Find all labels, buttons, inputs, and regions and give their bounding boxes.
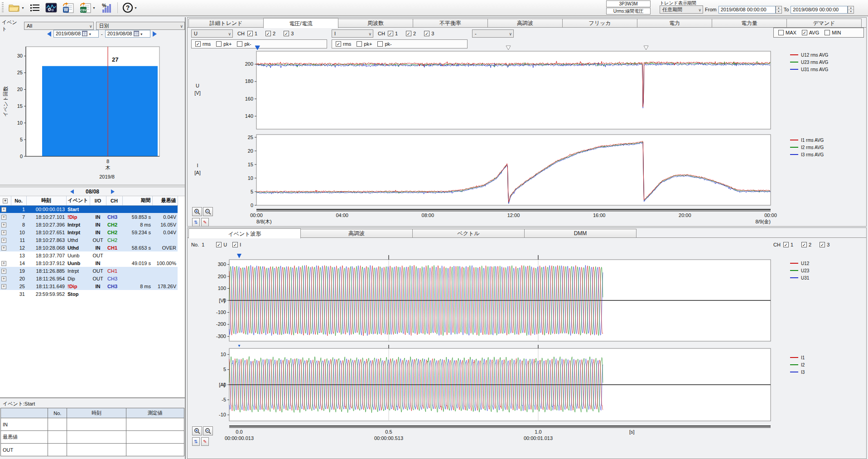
event-column-header[interactable]: 最悪値 (152, 196, 178, 205)
from-datetime-input[interactable]: 2019/08/08 00:00:00 (719, 6, 776, 14)
i-ch3-checkbox[interactable]: ✓3 (424, 31, 434, 36)
zoom-out-button[interactable] (203, 426, 213, 435)
expand-row-icon[interactable]: + (1, 215, 6, 220)
stat-avg-checkbox[interactable]: ✓AVG (802, 30, 819, 35)
waveform-tab[interactable]: 高調波 (300, 229, 413, 237)
expand-row-icon[interactable]: + (1, 238, 6, 243)
toolbar-grip[interactable] (2, 2, 4, 13)
event-row[interactable]: +1218:10:28.068UthdINCH158.653 sOVER (0, 244, 178, 251)
event-row[interactable]: +1118:10:27.863UthdOUTCH2 (0, 236, 178, 244)
prev-date-button[interactable] (47, 31, 51, 37)
event-row[interactable]: +2018:11:26.954DipOUTCH3 (0, 275, 178, 282)
calendar-icon[interactable] (82, 31, 87, 36)
event-column-header[interactable]: イベント (66, 196, 90, 205)
next-day-button[interactable] (111, 189, 115, 194)
waveform-tab[interactable]: イベント波形 (188, 228, 301, 238)
event-column-header[interactable]: 期間 (122, 196, 152, 205)
wave-i-checkbox[interactable]: ✓I (232, 242, 241, 247)
group-mode-select[interactable]: 日別∨ (96, 22, 185, 30)
zoom-in-button[interactable] (192, 207, 202, 216)
event-row[interactable]: +100:00:00.013Start (0, 205, 178, 213)
event-count-bar-chart[interactable]: 051015202530278木2019/8イベント回数 (0, 41, 186, 182)
event-row[interactable]: +2518:11:31.649!DipINCH38 ms178.26V (0, 282, 178, 290)
trend-tab[interactable]: デマンド (786, 19, 862, 27)
wave-ch2-checkbox[interactable]: ✓2 (801, 242, 811, 247)
u-parameter-select[interactable]: U∨ (191, 29, 233, 38)
axis-autoscale-button[interactable]: ⇅ (192, 437, 200, 446)
wave-ch1-checkbox[interactable]: ✓1 (783, 242, 793, 247)
trend-tab[interactable]: 詳細トレンド (188, 19, 264, 27)
u-ch1-checkbox[interactable]: ✓1 (247, 31, 257, 36)
i-ch2-checkbox[interactable]: ✓2 (406, 31, 416, 36)
event-row[interactable]: +718:10:27.101!DipINCH359.853 s0.04V (0, 213, 178, 221)
voltage-waveform-chart[interactable]: 3002001000-100-200-300[V] (188, 252, 867, 343)
current-trend-chart[interactable]: 0510152025I[A] (188, 131, 867, 208)
event-row[interactable]: +1018:10:27.651IntrptINCH259.234 s0.04V (0, 228, 178, 236)
help-dropdown-icon[interactable]: ▼ (134, 6, 137, 10)
event-row[interactable]: +1918:11:26.885IntrptOUTCH1 (0, 267, 178, 275)
waveform-tab[interactable]: DMM (524, 229, 637, 237)
event-row[interactable]: +1418:10:37.912UunbIN49.019 s100.00% (0, 259, 178, 267)
i-ch1-checkbox[interactable]: ✓1 (388, 31, 398, 36)
expand-row-icon[interactable]: + (1, 284, 6, 289)
to-spinner[interactable]: ▲▼ (848, 6, 854, 14)
event-row[interactable]: 1318:10:37.707UunbOUT (0, 251, 178, 259)
next-date-button[interactable] (153, 31, 157, 37)
event-row[interactable]: 3123:59:59.952Stop (0, 290, 178, 298)
u-ch3-checkbox[interactable]: ✓3 (284, 31, 294, 36)
from-spinner[interactable]: ▲▼ (776, 6, 782, 14)
waveform-tab[interactable]: ベクトル (412, 229, 525, 237)
expand-all-icon[interactable]: + (3, 198, 8, 203)
trend-tab[interactable]: フリッカ (562, 19, 637, 27)
wave-u-checkbox[interactable]: ✓U (216, 242, 227, 247)
word-report-button[interactable]: W (60, 1, 77, 14)
expand-row-icon[interactable]: + (1, 230, 6, 235)
trend-tab[interactable]: 不平衡率 (413, 19, 488, 27)
axis-manual-scale-button[interactable]: ✎ (201, 218, 209, 227)
event-list-button[interactable] (28, 1, 42, 14)
event-column-header[interactable]: No. (11, 196, 26, 205)
help-button[interactable]: ? ▼ (120, 1, 140, 14)
event-filter-select[interactable]: All∨ (24, 22, 94, 30)
expand-row-icon[interactable]: + (1, 276, 6, 281)
event-row[interactable]: +818:10:27.396IntrptINCH28 ms16.05V (0, 221, 178, 228)
axis-autoscale-button[interactable]: ⇅ (192, 218, 200, 227)
expand-row-icon[interactable]: + (1, 207, 6, 212)
event-column-header[interactable]: I/O (90, 196, 106, 205)
trend-tab[interactable]: 高調波 (487, 19, 563, 27)
date-to-input[interactable]: 2019/08/08 ▼ (105, 30, 150, 38)
open-folder-dropdown-icon[interactable]: ▼ (21, 6, 24, 10)
trend-tab[interactable]: 周波数 (338, 19, 413, 27)
stat-max-checkbox[interactable]: MAX (778, 30, 796, 35)
param3-select[interactable]: -∨ (472, 29, 514, 38)
wave-ch3-checkbox[interactable]: ✓3 (820, 242, 829, 247)
zoom-out-button[interactable] (203, 207, 213, 216)
prev-day-button[interactable] (70, 189, 74, 194)
event-table[interactable]: +No.時刻イベントI/OCH期間最悪値+100:00:00.013Start+… (0, 196, 178, 298)
csv-export-button[interactable]: CSV ▼ (77, 1, 98, 14)
open-folder-button[interactable]: ▼ (6, 1, 27, 14)
calendar-icon[interactable] (134, 31, 139, 36)
trend-tab[interactable]: 電力量 (712, 19, 787, 27)
date-from-input[interactable]: 2019/08/08 ▼ (53, 30, 99, 38)
trend-tab[interactable]: 電圧/電流 (263, 18, 338, 28)
period-type-select[interactable]: 任意期間∨ (660, 5, 703, 14)
expand-row-icon[interactable]: + (1, 261, 6, 266)
trend-tab[interactable]: 電力 (637, 19, 712, 27)
zoom-in-button[interactable] (192, 426, 202, 435)
expand-row-icon[interactable]: + (1, 222, 6, 227)
voltage-trend-chart[interactable]: 140160180200U[V] (188, 45, 867, 131)
csv-export-dropdown-icon[interactable]: ▼ (92, 6, 96, 10)
event-statistics-button[interactable]: % (99, 1, 114, 14)
stat-min-checkbox[interactable]: MIN (825, 30, 841, 35)
event-column-header[interactable]: 時刻 (26, 196, 66, 205)
u-ch2-checkbox[interactable]: ✓2 (265, 31, 275, 36)
to-datetime-input[interactable]: 2019/08/09 00:00:00 (791, 6, 848, 14)
current-waveform-chart[interactable]: 1050-5-10[A] (188, 345, 867, 424)
event-column-header[interactable]: CH (106, 196, 122, 205)
axis-manual-scale-button[interactable]: ✎ (201, 437, 209, 446)
expand-row-icon[interactable]: + (1, 269, 6, 274)
i-parameter-select[interactable]: I∨ (332, 29, 373, 38)
graph-settings-button[interactable] (43, 1, 59, 14)
expand-row-icon[interactable]: + (1, 246, 6, 251)
